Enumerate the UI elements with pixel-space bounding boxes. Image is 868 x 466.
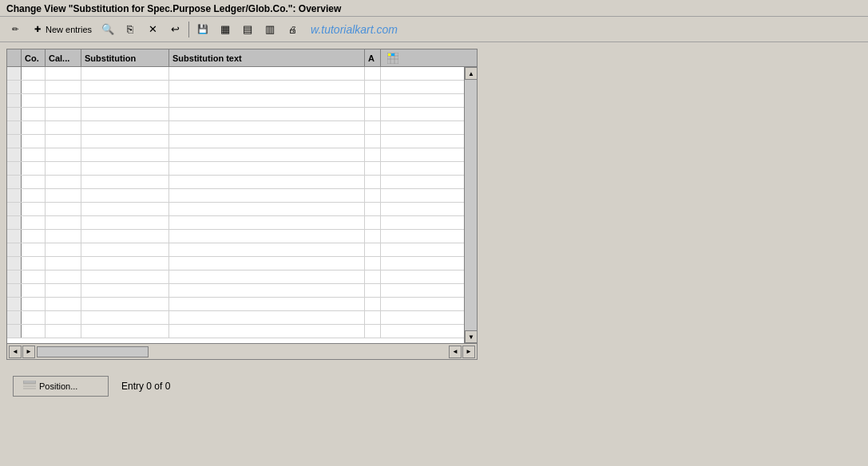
- save-button[interactable]: 💾: [192, 20, 213, 39]
- cell-co[interactable]: [22, 94, 46, 107]
- cell-co[interactable]: [22, 203, 46, 215]
- cell-cal[interactable]: [46, 176, 81, 188]
- cell-sub[interactable]: [81, 284, 169, 297]
- horizontal-scrollbar[interactable]: [37, 346, 149, 357]
- cell-cal[interactable]: [46, 189, 81, 202]
- cell-sub[interactable]: [81, 81, 169, 93]
- cell-text[interactable]: [169, 298, 365, 310]
- cell-co[interactable]: [22, 284, 46, 297]
- table-row[interactable]: [7, 176, 464, 189]
- row-selector[interactable]: [7, 135, 22, 148]
- position-button[interactable]: Position...: [13, 376, 109, 397]
- cell-co[interactable]: [22, 135, 46, 148]
- table-row[interactable]: [7, 216, 464, 230]
- new-entries-button[interactable]: New entries: [27, 20, 96, 39]
- cell-co[interactable]: [22, 121, 46, 134]
- row-selector[interactable]: [7, 284, 22, 297]
- table-row[interactable]: [7, 243, 464, 257]
- cell-text[interactable]: [169, 284, 365, 297]
- edit-button[interactable]: [5, 20, 26, 39]
- row-selector[interactable]: [7, 67, 22, 80]
- table-row[interactable]: [7, 121, 464, 135]
- scroll-track[interactable]: [465, 80, 477, 330]
- cell-cal[interactable]: [46, 135, 81, 148]
- cell-cal[interactable]: [46, 311, 81, 324]
- cell-text[interactable]: [169, 311, 365, 324]
- cell-sub[interactable]: [81, 311, 169, 324]
- row-selector[interactable]: [7, 271, 22, 283]
- row-selector[interactable]: [7, 162, 22, 175]
- cell-a[interactable]: [365, 162, 381, 175]
- cell-sub[interactable]: [81, 67, 169, 80]
- cell-co[interactable]: [22, 271, 46, 283]
- cell-sub[interactable]: [81, 108, 169, 120]
- scroll-down-button[interactable]: ▼: [465, 330, 477, 343]
- cell-co[interactable]: [22, 216, 46, 229]
- table-row[interactable]: [7, 162, 464, 176]
- cell-text[interactable]: [169, 203, 365, 215]
- cell-cal[interactable]: [46, 203, 81, 215]
- cell-text[interactable]: [169, 108, 365, 120]
- scroll-up-button[interactable]: ▲: [465, 67, 477, 80]
- cell-cal[interactable]: [46, 325, 81, 338]
- table-row[interactable]: [7, 94, 464, 108]
- cell-co[interactable]: [22, 325, 46, 338]
- cell-co[interactable]: [22, 243, 46, 256]
- cell-a[interactable]: [365, 121, 381, 134]
- cell-text[interactable]: [169, 94, 365, 107]
- cell-sub[interactable]: [81, 94, 169, 107]
- cell-text[interactable]: [169, 230, 365, 243]
- cell-text[interactable]: [169, 135, 365, 148]
- table-row[interactable]: [7, 108, 464, 121]
- row-selector[interactable]: [7, 216, 22, 229]
- table-row[interactable]: [7, 189, 464, 203]
- cell-a[interactable]: [365, 311, 381, 324]
- cell-text[interactable]: [169, 271, 365, 283]
- cell-text[interactable]: [169, 148, 365, 161]
- scroll-right-end-button[interactable]: ►: [462, 346, 475, 358]
- cell-sub[interactable]: [81, 148, 169, 161]
- table-row[interactable]: [7, 284, 464, 298]
- table-row[interactable]: [7, 257, 464, 271]
- cell-sub[interactable]: [81, 162, 169, 175]
- row-selector[interactable]: [7, 176, 22, 188]
- table-row[interactable]: [7, 148, 464, 162]
- scroll-right-small-button[interactable]: ►: [22, 346, 35, 358]
- cell-co[interactable]: [22, 108, 46, 120]
- row-selector[interactable]: [7, 121, 22, 134]
- cell-text[interactable]: [169, 257, 365, 270]
- cell-sub[interactable]: [81, 257, 169, 270]
- cell-a[interactable]: [365, 135, 381, 148]
- table-row[interactable]: [7, 271, 464, 284]
- cell-a[interactable]: [365, 271, 381, 283]
- row-selector[interactable]: [7, 325, 22, 338]
- cell-cal[interactable]: [46, 230, 81, 243]
- cell-co[interactable]: [22, 189, 46, 202]
- cell-text[interactable]: [169, 67, 365, 80]
- cell-a[interactable]: [365, 67, 381, 80]
- cell-a[interactable]: [365, 81, 381, 93]
- table-row[interactable]: [7, 81, 464, 94]
- cell-cal[interactable]: [46, 81, 81, 93]
- cell-co[interactable]: [22, 81, 46, 93]
- cell-a[interactable]: [365, 325, 381, 338]
- cell-a[interactable]: [365, 148, 381, 161]
- cell-cal[interactable]: [46, 67, 81, 80]
- row-selector[interactable]: [7, 257, 22, 270]
- grid1-button[interactable]: ▦: [215, 20, 236, 39]
- scroll-left-button[interactable]: ◄: [9, 346, 22, 358]
- cell-a[interactable]: [365, 189, 381, 202]
- table-row[interactable]: [7, 311, 464, 325]
- row-selector[interactable]: [7, 108, 22, 120]
- cell-sub[interactable]: [81, 216, 169, 229]
- cell-cal[interactable]: [46, 298, 81, 310]
- grid2-button[interactable]: ▤: [237, 20, 258, 39]
- cell-text[interactable]: [169, 216, 365, 229]
- cell-a[interactable]: [365, 176, 381, 188]
- row-selector[interactable]: [7, 311, 22, 324]
- cell-sub[interactable]: [81, 189, 169, 202]
- cell-text[interactable]: [169, 176, 365, 188]
- cell-sub[interactable]: [81, 203, 169, 215]
- cell-a[interactable]: [365, 284, 381, 297]
- cell-sub[interactable]: [81, 230, 169, 243]
